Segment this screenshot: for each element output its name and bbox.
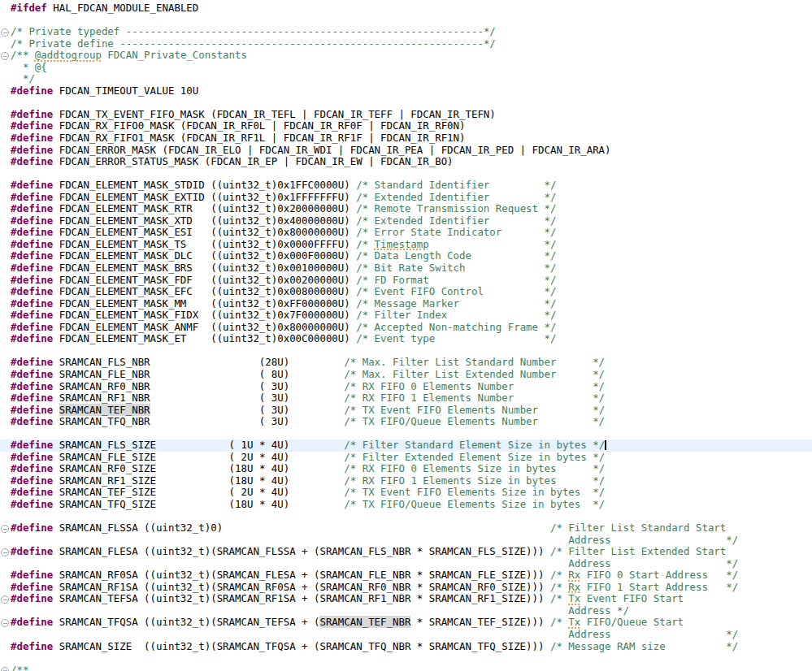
code-token: FDCAN_ELEMENT_MASK_RTR ((uint32_t)0x2000…	[53, 202, 356, 214]
spell-error-word: Tx	[568, 616, 580, 628]
code-line	[0, 652, 812, 665]
code-comment: */	[11, 72, 35, 84]
code-comment: ----------------------------------------…	[126, 25, 484, 37]
code-token: (18U * 4U)	[229, 498, 290, 510]
code-line: #define FDCAN_ELEMENT_MASK_MM ((uint32_t…	[0, 298, 812, 310]
spell-error-word: Rx	[568, 581, 580, 593]
code-keyword: #define	[11, 202, 53, 214]
code-token: SRAMCAN_FLSSA ((uint32_t)0)	[53, 522, 223, 534]
code-comment: /* Max. Filter List Extended Number */	[344, 368, 605, 380]
code-line: #define FDCAN_ELEMENT_MASK_XTD ((uint32_…	[0, 215, 812, 227]
code-comment: /* FD Format */	[356, 274, 556, 286]
code-line: Address */	[0, 605, 812, 617]
code-line: #define FDCAN_RX_FIFO1_MASK (FDCAN_IR_RF…	[0, 132, 812, 145]
code-line: Address */	[0, 629, 812, 641]
code-line: #define FDCAN_RX_FIFO0_MASK (FDCAN_IR_RF…	[0, 120, 812, 132]
code-token: ( 3U)	[259, 404, 289, 416]
code-comment: /* Filter Standard Element Size in bytes…	[344, 439, 605, 451]
code-keyword: #define	[11, 616, 53, 628]
code-keyword: #define	[11, 640, 53, 652]
code-keyword: #define	[11, 404, 53, 416]
code-comment: /* TX FIFO/Queue Elements Number */	[344, 415, 605, 427]
fold-collapse-icon[interactable]	[1, 595, 9, 604]
fold-collapse-icon[interactable]	[1, 28, 9, 37]
fold-collapse-icon[interactable]	[1, 619, 9, 627]
code-keyword: #define	[11, 522, 53, 534]
fold-collapse-icon[interactable]	[1, 525, 9, 533]
code-line: #define SRAMCAN_TEF_NBR ( 3U) /* TX Even…	[0, 405, 812, 417]
fold-collapse-icon[interactable]	[1, 548, 9, 556]
code-keyword: #define	[11, 119, 53, 132]
code-editor[interactable]: #ifdef HAL_FDCAN_MODULE_ENABLED/* Privat…	[0, 0, 812, 671]
code-line: #define SRAMCAN_RF1SA ((uint32_t)(SRAMCA…	[0, 582, 812, 594]
code-comment: */	[484, 37, 496, 50]
occurrence-highlight: SRAMCAN_TEF_NBR	[319, 616, 410, 628]
code-token: FDCAN_ELEMENT_MASK_XTD ((uint32_t)0x4000…	[53, 214, 356, 227]
code-comment: */	[545, 238, 557, 250]
code-line: #define SRAMCAN_RF1_NBR ( 3U) /* RX FIFO…	[0, 392, 812, 405]
code-comment: * @{	[11, 61, 47, 73]
code-comment: /**	[11, 664, 28, 671]
code-token: (28U)	[259, 356, 289, 368]
code-line	[0, 511, 812, 523]
code-keyword: #define	[11, 144, 53, 156]
code-comment: /* Remote Transmission Request */	[356, 202, 556, 214]
code-line	[0, 15, 812, 27]
code-token: SRAMCAN_FLESA ((uint32_t)(SRAMCAN_FLSSA …	[53, 545, 550, 557]
code-keyword: #define	[11, 332, 53, 344]
code-line: */	[0, 73, 812, 85]
code-token: FDCAN_ERROR_STATUS_MASK (FDCAN_IR_EP | F…	[53, 155, 453, 167]
code-line: #define SRAMCAN_RF0_NBR ( 3U) /* RX FIFO…	[0, 381, 812, 393]
code-token: FDCAN_TIMEOUT_VALUE 10U	[53, 84, 198, 97]
code-keyword: #define	[11, 108, 53, 120]
code-token: FDCAN_ELEMENT_MASK_ET ((uint32_t)0x00C00…	[53, 332, 356, 344]
code-token: SRAMCAN_TFQ_NBR	[53, 415, 150, 427]
code-comment: */	[726, 534, 738, 546]
code-line: #define FDCAN_ELEMENT_MASK_ET ((uint32_t…	[0, 333, 812, 345]
code-keyword: #define	[11, 214, 53, 227]
code-token: FDCAN_TX_EVENT_FIFO_MASK (FDCAN_IR_TEFL …	[53, 108, 496, 120]
code-token: ( 3U)	[259, 415, 289, 427]
code-line: #define SRAMCAN_TFQ_SIZE (18U * 4U) /* T…	[0, 499, 812, 511]
code-token: SRAMCAN_RF0_SIZE	[53, 462, 156, 474]
code-comment: /* Private define	[11, 37, 119, 50]
code-comment: FIFO/Queue Start	[580, 616, 684, 628]
code-keyword: #define	[11, 474, 53, 487]
fold-collapse-icon[interactable]	[1, 52, 9, 60]
code-line: #define SRAMCAN_TFQSA ((uint32_t)(SRAMCA…	[0, 617, 812, 629]
code-comment: Address	[568, 534, 610, 546]
code-line: #define SRAMCAN_SIZE ((uint32_t)(SRAMCAN…	[0, 641, 812, 653]
code-token: SRAMCAN_FLE_SIZE	[53, 451, 156, 463]
code-keyword: #define	[11, 226, 53, 238]
code-token: FDCAN_ELEMENT_MASK_DLC ((uint32_t)0x000F…	[53, 249, 356, 262]
code-token	[53, 404, 59, 416]
code-keyword: #define	[11, 392, 53, 404]
code-comment: /* TX Event FIFO Elements Number */	[344, 404, 605, 416]
code-token: ( 3U)	[259, 380, 289, 392]
code-line: #ifdef HAL_FDCAN_MODULE_ENABLED	[0, 2, 812, 15]
code-line: Address */	[0, 535, 812, 547]
occurrence-highlight: SRAMCAN_TEF_NBR	[59, 404, 150, 416]
code-token: ( 1U * 4U)	[229, 439, 290, 451]
code-token: SRAMCAN_RF0SA ((uint32_t)(SRAMCAN_FLESA …	[53, 569, 550, 581]
code-token: SRAMCAN_FLS_SIZE	[53, 439, 156, 451]
text-caret	[605, 440, 606, 451]
code-token: ( 8U)	[259, 368, 289, 380]
code-keyword: #define	[11, 321, 53, 333]
code-keyword: #define	[11, 132, 53, 144]
code-keyword: #define	[11, 569, 53, 581]
code-line: #define FDCAN_ELEMENT_MASK_RTR ((uint32_…	[0, 203, 812, 215]
code-token: FDCAN_ELEMENT_MASK_EXTID ((uint32_t)0x1F…	[53, 191, 356, 203]
code-keyword: #define	[11, 439, 53, 451]
code-comment: */	[484, 25, 496, 37]
code-comment: /* Private typedef	[11, 25, 126, 37]
code-line: #define FDCAN_ELEMENT_MASK_EXTID ((uint3…	[0, 192, 812, 204]
code-keyword: #ifdef	[11, 2, 47, 14]
code-line	[0, 428, 812, 440]
code-token: FDCAN_ELEMENT_MASK_BRS ((uint32_t)0x0010…	[53, 262, 356, 274]
code-token: FDCAN_ELEMENT_MASK_STDID ((uint32_t)0x1F…	[53, 179, 356, 191]
code-token: SRAMCAN_RF0_NBR	[53, 380, 150, 392]
fold-collapse-icon[interactable]	[1, 667, 9, 671]
code-comment: FIFO 1 Start Address */	[580, 581, 738, 593]
code-keyword: #define	[11, 462, 53, 474]
